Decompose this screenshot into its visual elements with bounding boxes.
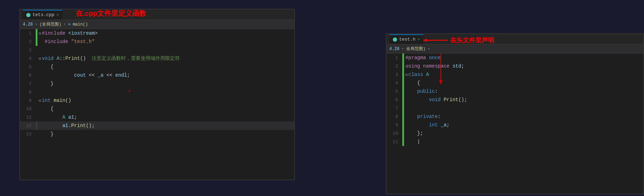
left-editor: tets.cpp × 在.cpp文件里定义函数 4.28 ▾ (全局范围) ▾ … [19,9,295,180]
left-breadcrumb: 4.28 ▾ (全局范围) ▾ ⊕ main() [20,20,294,29]
svg-marker-1 [423,38,427,42]
table-row: 4 ⊟void A::Print() 注意定义函数时，需要使用域作用限定符 [20,54,294,63]
right-editor: test.h × 在头文件里声明 4.28 ▾ 全局范围) ▾ 1 [386,33,644,194]
fold-icon: ⊟ [39,57,41,61]
table-row: 10 { [20,105,294,113]
fold-icon: ⊟ [39,31,41,36]
right-tab[interactable]: test.h × [389,34,423,44]
left-tab-label: tets.cpp [33,12,54,18]
table-row: 9 int _a; [387,121,643,129]
left-title-bar: tets.cpp × 在.cpp文件里定义函数 [20,9,294,20]
table-row: 3 [20,46,294,54]
table-row: 5 public: [387,87,643,96]
right-tab-close[interactable]: × [418,37,420,42]
table-row: 1 ⊟#include <iostream> [20,29,294,37]
left-tab-close[interactable]: × [56,13,59,17]
right-annotation-title: 在头文件里声明 [450,36,494,44]
table-row: 5 { [20,63,294,71]
left-scope1: (全局范围) [40,21,61,27]
table-row: 11 A a1; [20,113,294,121]
fold-icon: ⊟ [39,99,41,103]
left-version: 4.28 [23,22,33,27]
left-annotation-title: 在.cpp文件里定义函数 [76,9,146,18]
left-scope-icon: ⊕ [68,22,71,27]
table-row: 8 [20,88,294,96]
left-scope2: main() [73,22,88,27]
table-row: 12 a1.Print(); [20,121,294,130]
table-row: 1 #pragma once [387,54,643,62]
table-row: 11 | [387,138,643,146]
right-scope1: 全局范围) [406,46,425,52]
right-version: 4.28 [389,47,399,51]
right-breadcrumb: 4.28 ▾ 全局范围) ▾ [387,44,643,54]
left-code-body: 1 ⊟#include <iostream> 2 #include "test.… [20,29,294,180]
table-row: 8 private: [387,112,643,121]
left-arrow-icon [422,37,450,44]
table-row: 13 } [20,130,294,138]
table-row: 2 using namespace std; [387,62,643,70]
right-code-body: 1 #pragma once 2 using namespace std; 3 … [387,54,643,194]
right-annotation-area: 在头文件里声明 [422,36,494,44]
table-row: 7 } [20,79,294,88]
fold-icon: ⊟ [405,73,408,77]
table-row: 9 ⊟int main() [20,96,294,105]
table-row: 7 [387,104,643,112]
table-row: 6 void Print(); [387,96,643,104]
left-tab-icon [26,13,30,17]
left-tab[interactable]: tets.cpp × [23,10,62,20]
right-tab-label: test.h [399,37,416,42]
right-tab-icon [393,37,397,42]
table-row: 4 { [387,79,643,87]
table-row: 3 ⊟class A [387,70,643,79]
right-title-bar: test.h × 在头文件里声明 [387,34,643,44]
table-row: 10 }; [387,129,643,138]
table-row: 6 cout << _a << endl; [20,71,294,79]
table-row: 2 #include "test.h" [20,37,294,46]
